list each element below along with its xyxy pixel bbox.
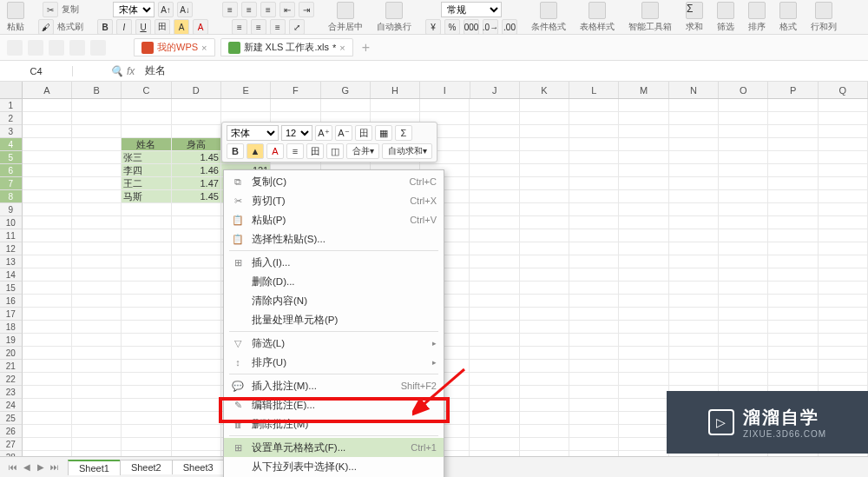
cell[interactable] <box>72 438 122 451</box>
cell[interactable] <box>669 99 719 112</box>
cell[interactable] <box>619 190 668 203</box>
cell[interactable] <box>569 412 619 425</box>
cell[interactable] <box>122 373 171 386</box>
ctx-edit-comment[interactable]: ✎编辑批注(E)... <box>224 395 444 414</box>
cell[interactable] <box>520 386 569 399</box>
row-header[interactable]: 4 <box>0 138 23 151</box>
cell[interactable] <box>619 282 668 295</box>
row-header[interactable]: 14 <box>0 268 23 282</box>
cell[interactable] <box>470 242 519 255</box>
cell[interactable] <box>172 386 221 399</box>
cell[interactable] <box>122 334 171 347</box>
cell[interactable] <box>23 268 72 282</box>
cell[interactable] <box>768 138 818 151</box>
cell[interactable] <box>520 229 569 242</box>
cell[interactable] <box>470 360 519 373</box>
cell[interactable] <box>470 282 519 295</box>
cell[interactable] <box>719 151 768 164</box>
cell[interactable] <box>520 295 569 308</box>
cell[interactable] <box>23 334 72 347</box>
sheet-tab-1[interactable]: Sheet1 <box>68 460 121 475</box>
fill-color-button[interactable]: A <box>174 19 189 35</box>
cell[interactable] <box>172 321 221 334</box>
cell[interactable] <box>719 255 768 268</box>
cell[interactable] <box>23 190 72 203</box>
row-header[interactable]: 19 <box>0 334 23 347</box>
cell[interactable] <box>719 360 768 373</box>
cell[interactable] <box>122 99 171 112</box>
cell[interactable] <box>719 112 768 125</box>
cell[interactable] <box>470 255 519 268</box>
cell[interactable] <box>122 229 171 242</box>
cell[interactable] <box>122 242 171 255</box>
cell[interactable] <box>819 282 868 295</box>
cell[interactable] <box>569 229 619 242</box>
row-header[interactable]: 10 <box>0 216 23 229</box>
format-painter-label[interactable]: 格式刷 <box>57 21 83 33</box>
rowcol-group[interactable]: 行和列 <box>811 2 837 33</box>
cell[interactable] <box>23 295 72 308</box>
row-header[interactable]: 25 <box>0 412 23 425</box>
cell[interactable] <box>669 229 719 242</box>
cell[interactable] <box>470 295 519 308</box>
row-header[interactable]: 2 <box>0 112 23 125</box>
indent-dec-icon[interactable]: ⇤ <box>279 2 295 17</box>
cell[interactable] <box>819 203 868 216</box>
cell[interactable] <box>72 99 122 112</box>
cell[interactable] <box>569 386 619 399</box>
align-mid-icon[interactable]: ≡ <box>241 2 257 17</box>
cell[interactable] <box>520 412 569 425</box>
cell[interactable] <box>23 99 72 112</box>
cell[interactable] <box>669 334 719 347</box>
cell[interactable] <box>122 268 171 282</box>
cell[interactable] <box>669 203 719 216</box>
cell[interactable] <box>669 308 719 321</box>
cell[interactable] <box>819 255 868 268</box>
cell[interactable] <box>719 334 768 347</box>
cell[interactable] <box>72 360 122 373</box>
cell[interactable] <box>569 177 619 190</box>
cell[interactable] <box>122 347 171 360</box>
cell[interactable] <box>72 308 122 321</box>
cell[interactable] <box>23 399 72 412</box>
mini-format-button[interactable]: ◫ <box>326 143 344 159</box>
ctx-paste-special[interactable]: 📋选择性粘贴(S)... <box>224 229 444 248</box>
mini-grid-button[interactable]: 田 <box>306 143 324 159</box>
row-header[interactable]: 15 <box>0 282 23 295</box>
cell[interactable] <box>470 412 519 425</box>
row-header[interactable]: 26 <box>0 425 23 438</box>
cell[interactable] <box>569 203 619 216</box>
align-top-icon[interactable]: ≡ <box>222 2 238 17</box>
cell[interactable] <box>520 125 569 138</box>
cell[interactable] <box>122 321 171 334</box>
mini-merge-button[interactable]: 合并▾ <box>346 143 379 159</box>
cell[interactable] <box>172 229 221 242</box>
cell[interactable] <box>569 347 619 360</box>
orientation-icon[interactable]: ⤢ <box>289 19 305 35</box>
italic-button[interactable]: I <box>116 19 132 35</box>
cell[interactable] <box>669 373 719 386</box>
cell[interactable] <box>719 268 768 282</box>
align-bot-icon[interactable]: ≡ <box>260 2 276 17</box>
ctx-copy[interactable]: ⧉复制(C)Ctrl+C <box>224 172 444 191</box>
cell[interactable] <box>23 125 72 138</box>
cell[interactable] <box>470 151 519 164</box>
cell[interactable] <box>470 229 519 242</box>
cell[interactable] <box>23 282 72 295</box>
row-header[interactable]: 13 <box>0 255 23 268</box>
cell[interactable] <box>819 360 868 373</box>
sum-group[interactable]: Σ 求和 <box>686 2 703 33</box>
cell[interactable] <box>470 164 519 177</box>
mini-bold-button[interactable]: B <box>227 143 244 159</box>
cell[interactable] <box>23 347 72 360</box>
cell[interactable] <box>172 373 221 386</box>
cell[interactable] <box>172 308 221 321</box>
col-header-A[interactable]: A <box>23 82 72 98</box>
cell[interactable] <box>72 216 122 229</box>
tablestyle-group[interactable]: 表格样式 <box>580 2 615 33</box>
cell[interactable] <box>569 99 619 112</box>
cell[interactable] <box>72 177 122 190</box>
cell[interactable] <box>669 190 719 203</box>
cell[interactable] <box>470 112 519 125</box>
cell[interactable] <box>719 373 768 386</box>
